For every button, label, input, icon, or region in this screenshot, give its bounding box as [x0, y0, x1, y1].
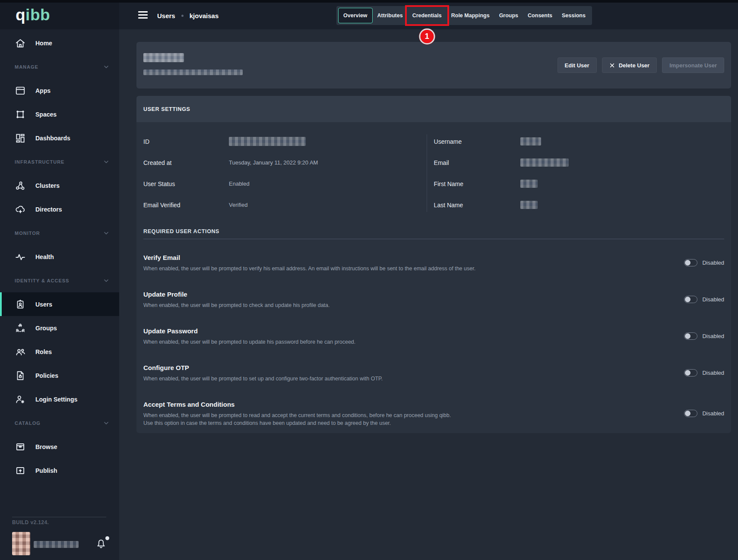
sidebar-item-login-settings[interactable]: Login Settings: [0, 387, 119, 411]
notification-dot: [105, 536, 109, 540]
field-row-email-verified: Email Verified Verified: [143, 194, 427, 215]
tab-overview[interactable]: Overview: [338, 8, 373, 23]
sidebar: qibb Home MANAGE Apps Spaces: [0, 0, 119, 560]
action-update-password: Update Password When enabled, the user w…: [143, 327, 724, 345]
tab-attributes[interactable]: Attributes: [373, 8, 408, 23]
main-content: Edit User Delete User Impersonate User U…: [119, 29, 738, 560]
sidebar-item-publish[interactable]: Publish: [0, 459, 119, 482]
user-details-grid: ID Created at Tuesday, January 11, 2022 …: [136, 122, 731, 221]
build-version: BUILD v2.124.: [12, 519, 49, 525]
x-icon: [609, 63, 615, 68]
action-description: When enabled, the user will be prompted …: [143, 339, 355, 345]
field-row-last-name: Last Name: [434, 194, 724, 215]
user-detail-tabs: Overview Attributes Credentials 1 Role M…: [336, 6, 592, 25]
sidebar-section-monitor[interactable]: MONITOR: [0, 221, 119, 245]
sidebar-item-users[interactable]: Users: [0, 292, 119, 316]
sidebar-item-label: Browse: [35, 443, 57, 450]
topbar: Users kjovaisas Overview Attributes Cred…: [119, 0, 738, 29]
spaces-icon: [15, 109, 26, 120]
sidebar-item-directors[interactable]: Directors: [0, 197, 119, 221]
username-value-redacted: [520, 137, 541, 146]
panel-header: USER SETTINGS: [136, 96, 731, 122]
action-title: Accept Terms and Conditions: [143, 401, 451, 408]
user-header-card: Edit User Delete User Impersonate User: [136, 42, 731, 89]
verify-email-toggle[interactable]: [684, 259, 697, 266]
sidebar-item-label: Groups: [35, 325, 57, 332]
chevron-down-icon: [103, 277, 110, 284]
sidebar-item-browse[interactable]: Browse: [0, 435, 119, 459]
sidebar-item-policies[interactable]: Policies: [0, 364, 119, 387]
configure-otp-toggle[interactable]: [684, 369, 697, 376]
sidebar-item-roles[interactable]: Roles: [0, 340, 119, 364]
breadcrumb-separator: [181, 15, 184, 17]
action-title: Configure OTP: [143, 364, 383, 371]
field-row-user-status: User Status Enabled: [143, 173, 427, 194]
sidebar-item-label: Directors: [35, 206, 62, 213]
sidebar-item-groups[interactable]: Groups: [0, 316, 119, 340]
tab-credentials[interactable]: Credentials 1: [408, 8, 447, 23]
sidebar-section-infrastructure[interactable]: INFRASTRUCTURE: [0, 150, 119, 174]
tab-consents[interactable]: Consents: [523, 8, 557, 23]
menu-toggle-button[interactable]: [138, 11, 148, 19]
sidebar-section-catalog[interactable]: CATALOG: [0, 411, 119, 435]
toggle-state-label: Disabled: [702, 370, 724, 376]
action-title: Verify Email: [143, 254, 475, 261]
required-actions-divider: [143, 239, 724, 239]
sidebar-item-dashboards[interactable]: Dashboards: [0, 126, 119, 150]
sidebar-item-label: Login Settings: [35, 396, 77, 403]
breadcrumb: Users kjovaisas: [157, 12, 219, 19]
sidebar-section-manage[interactable]: MANAGE: [0, 55, 119, 79]
chevron-down-icon: [103, 63, 110, 70]
action-configure-otp: Configure OTP When enabled, the user wil…: [143, 364, 724, 382]
sidebar-item-label: Policies: [35, 372, 58, 379]
tab-sessions[interactable]: Sessions: [557, 8, 590, 23]
sidebar-item-home[interactable]: Home: [0, 31, 119, 55]
sidebar-item-clusters[interactable]: Clusters: [0, 174, 119, 197]
logo-area: qibb: [0, 0, 119, 29]
first-name-value-redacted: [520, 180, 538, 188]
user-status-value: Enabled: [229, 180, 250, 187]
sidebar-footer-divider: [12, 517, 106, 517]
sidebar-section-identity-access[interactable]: IDENTITY & ACCESS: [0, 269, 119, 292]
update-profile-toggle[interactable]: [684, 296, 697, 303]
update-password-toggle[interactable]: [684, 332, 697, 340]
avatar[interactable]: [12, 532, 30, 555]
sidebar-item-label: Clusters: [35, 182, 60, 189]
home-icon: [15, 38, 26, 49]
sidebar-item-label: Spaces: [35, 111, 57, 118]
chevron-down-icon: [103, 158, 110, 165]
created-at-value: Tuesday, January 11, 2022 9:20 AM: [229, 159, 318, 166]
breadcrumb-users[interactable]: Users: [157, 12, 175, 19]
sidebar-item-label: Health: [35, 253, 54, 260]
toggle-state-label: Disabled: [702, 296, 724, 303]
notifications-button[interactable]: [95, 537, 111, 553]
impersonate-user-button[interactable]: Impersonate User: [662, 57, 724, 73]
tab-role-mappings[interactable]: Role Mappings: [447, 8, 494, 23]
action-title: Update Password: [143, 327, 355, 335]
delete-user-button[interactable]: Delete User: [602, 57, 657, 73]
accept-terms-toggle[interactable]: [684, 410, 697, 417]
required-user-actions: REQUIRED USER ACTIONS Verify Email When …: [136, 228, 731, 433]
toggle-state-label: Disabled: [702, 259, 724, 266]
email-value-redacted: [520, 158, 569, 167]
sidebar-item-health[interactable]: Health: [0, 245, 119, 269]
chevron-down-icon: [103, 420, 110, 427]
sidebar-item-label: Dashboards: [35, 135, 70, 142]
health-icon: [15, 251, 26, 263]
edit-user-button[interactable]: Edit User: [557, 57, 597, 73]
tab-groups[interactable]: Groups: [494, 8, 523, 23]
window-top-strip: [0, 0, 738, 3]
field-row-username: Username: [434, 131, 724, 152]
action-update-profile: Update Profile When enabled, the user wi…: [143, 291, 724, 308]
sidebar-item-apps[interactable]: Apps: [0, 79, 119, 102]
login-settings-icon: [15, 394, 26, 405]
sidebar-item-spaces[interactable]: Spaces: [0, 102, 119, 126]
current-user-name-redacted: [34, 541, 79, 548]
policies-icon: [15, 370, 26, 381]
qibb-logo[interactable]: qibb: [16, 7, 50, 23]
sidebar-item-label: Roles: [35, 348, 52, 355]
directors-icon: [15, 204, 26, 215]
roles-icon: [15, 346, 26, 358]
email-verified-value: Verified: [229, 202, 247, 208]
groups-icon: [15, 323, 26, 334]
